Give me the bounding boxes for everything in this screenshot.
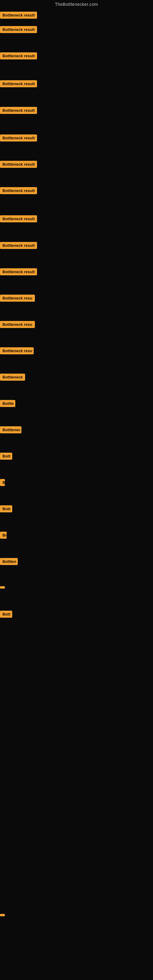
- bottleneck-result-badge: Bott: [0, 453, 12, 461]
- badge-label: Bottleneck result: [0, 161, 37, 168]
- badge-label: [0, 914, 5, 916]
- bottleneck-result-badge: Bottleneck: [0, 374, 25, 382]
- bottleneck-result-badge: Bottleneck result: [0, 52, 37, 60]
- badge-label: Bottleneck: [0, 374, 25, 381]
- badge-label: Bottlenec: [0, 426, 21, 433]
- bottleneck-result-badge: Bottleneck result: [0, 215, 37, 224]
- bottleneck-result-badge: Bo: [0, 531, 7, 540]
- badge-label: Bottleneck result: [0, 52, 37, 59]
- bottleneck-result-badge: Bottleneck result: [0, 12, 37, 20]
- bottleneck-result-badge: Bottleneck result: [0, 187, 37, 196]
- badge-label: Bottleneck resu: [0, 321, 35, 328]
- bottleneck-result-badge: B: [0, 479, 5, 487]
- bottleneck-result-badge: Bottle: [0, 400, 15, 408]
- bottleneck-result-badge: Bottleneck result: [0, 26, 37, 34]
- badge-label: Bottleneck result: [0, 215, 37, 222]
- site-title: TheBottlenecker.com: [0, 0, 153, 9]
- badge-label: [0, 586, 5, 589]
- badge-label: Bottleneck resu: [0, 347, 33, 354]
- badge-label: Bott: [0, 505, 12, 512]
- badge-label: Bottleneck result: [0, 242, 37, 249]
- badge-label: Bottleneck resu: [0, 294, 35, 302]
- bottleneck-result-badge: Bottleneck result: [0, 107, 37, 115]
- bottleneck-result-badge: [0, 584, 5, 590]
- bottleneck-result-badge: Bottleneck resu: [0, 347, 33, 356]
- badge-label: B: [0, 479, 5, 486]
- bottleneck-result-badge: Bottlenec: [0, 426, 21, 434]
- badge-label: Bottleneck result: [0, 80, 37, 87]
- bottleneck-result-badge: Bott: [0, 505, 12, 514]
- badge-label: Bottleneck result: [0, 268, 37, 275]
- badge-label: Bottleneck result: [0, 12, 37, 19]
- badge-label: Bottle: [0, 400, 15, 407]
- badge-label: Bott: [0, 453, 12, 460]
- badge-label: Bott: [0, 611, 12, 618]
- badge-label: Bottleneck result: [0, 26, 37, 33]
- bottleneck-result-badge: Bottleneck result: [0, 268, 37, 277]
- bottleneck-result-badge: Bottleneck resu: [0, 294, 35, 303]
- bottleneck-result-badge: Bottleneck resu: [0, 321, 35, 329]
- badge-label: Bottleneck result: [0, 107, 37, 114]
- bottleneck-result-badge: Bottleneck result: [0, 80, 37, 89]
- bottleneck-result-badge: [0, 912, 5, 918]
- badge-label: Bottlen: [0, 558, 18, 565]
- badge-label: Bottleneck result: [0, 134, 37, 142]
- bottleneck-result-badge: Bottleneck result: [0, 134, 37, 143]
- bottleneck-result-badge: Bottleneck result: [0, 161, 37, 169]
- badge-label: Bo: [0, 531, 7, 539]
- bottleneck-result-badge: Bottleneck result: [0, 242, 37, 250]
- bottleneck-result-badge: Bott: [0, 611, 12, 619]
- bottleneck-result-badge: Bottlen: [0, 558, 18, 566]
- badge-label: Bottleneck result: [0, 187, 37, 194]
